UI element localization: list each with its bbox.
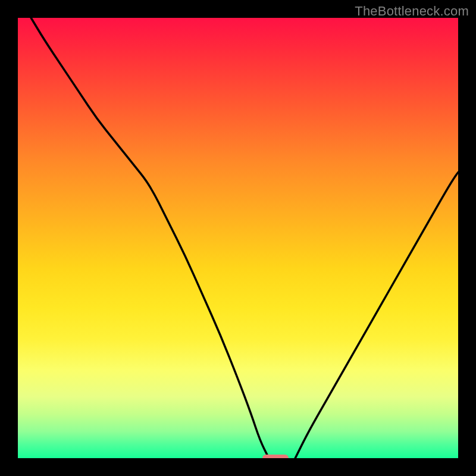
bottleneck-curve (18, 18, 458, 458)
minimum-marker (262, 455, 289, 458)
curve-right-branch (295, 172, 458, 458)
curve-left-branch (31, 18, 269, 458)
watermark-text: TheBottleneck.com (355, 4, 469, 19)
plot-area (18, 18, 458, 458)
chart-canvas: TheBottleneck.com (0, 0, 476, 476)
